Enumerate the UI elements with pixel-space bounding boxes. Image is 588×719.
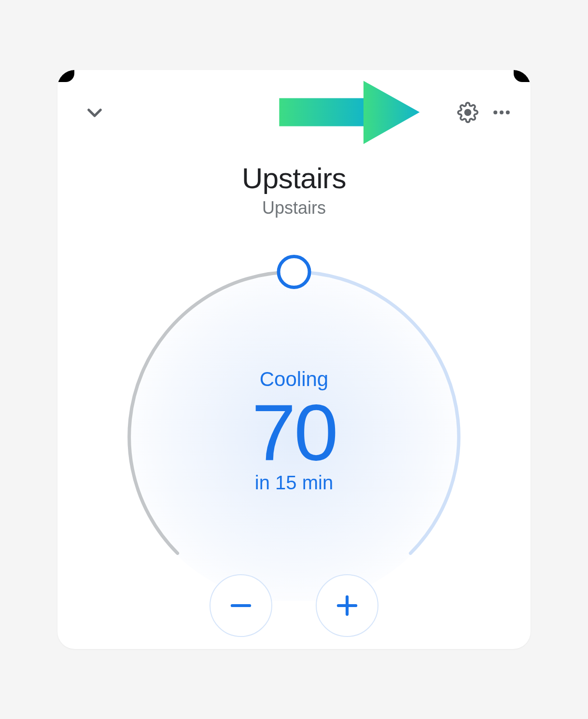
settings-button[interactable] — [453, 98, 482, 127]
temperature-adjust-row — [57, 574, 531, 637]
decrease-temp-button[interactable] — [210, 574, 272, 637]
screen-notch-right — [514, 70, 531, 82]
time-to-temp: in 15 min — [255, 472, 333, 494]
minus-icon — [226, 591, 256, 621]
thermostat-dial[interactable]: Cooling 70 in 15 min — [115, 244, 473, 601]
svg-point-3 — [506, 111, 510, 114]
chevron-down-icon — [84, 102, 105, 123]
thermostat-card: Upstairs Upstairs Cooling 70 in 15 — [57, 70, 531, 649]
screen-notch-left — [57, 70, 74, 82]
svg-point-2 — [500, 111, 504, 114]
more-options-button[interactable] — [487, 98, 516, 127]
thermostat-mode: Cooling — [260, 368, 328, 391]
gear-icon — [457, 102, 478, 123]
header-bar — [57, 98, 531, 127]
plus-icon — [332, 591, 362, 621]
more-horizontal-icon — [491, 102, 512, 123]
device-name: Upstairs — [57, 162, 531, 195]
svg-point-1 — [493, 111, 497, 114]
target-temperature: 70 — [252, 391, 336, 474]
dial-center: Cooling 70 in 15 min — [115, 244, 473, 601]
increase-temp-button[interactable] — [316, 574, 378, 637]
device-titles: Upstairs Upstairs — [57, 162, 531, 218]
collapse-button[interactable] — [81, 98, 109, 126]
device-room: Upstairs — [57, 198, 531, 218]
svg-point-0 — [465, 110, 471, 115]
